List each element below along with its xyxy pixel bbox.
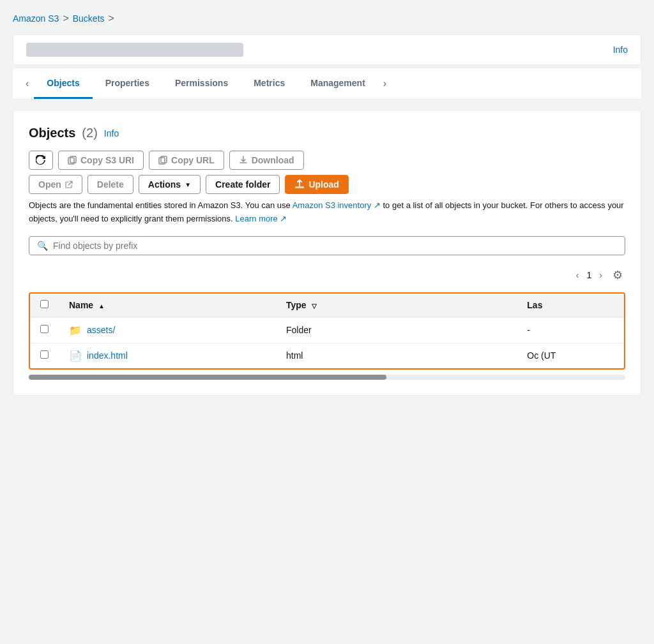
copy-s3-uri-label: Copy S3 URI — [80, 155, 134, 165]
bucket-name-blurred — [26, 43, 243, 57]
row-1-type: Folder — [276, 317, 517, 343]
tabs-next-arrow[interactable]: › — [378, 68, 392, 99]
open-label: Open — [38, 179, 61, 190]
breadcrumb: Amazon S3 > Buckets > — [13, 13, 641, 24]
copy-s3-uri-button[interactable]: Copy S3 URI — [58, 151, 144, 170]
search-container: 🔍 — [29, 236, 625, 255]
bucket-header: Info — [13, 34, 641, 65]
type-sort-icon: ▽ — [312, 303, 317, 310]
objects-title: Objects — [29, 126, 75, 140]
open-external-icon — [65, 181, 73, 188]
upload-button[interactable]: Upload — [285, 175, 348, 194]
tab-properties[interactable]: Properties — [93, 69, 162, 99]
tab-management[interactable]: Management — [298, 69, 378, 99]
breadcrumb-buckets[interactable]: Buckets — [73, 13, 105, 24]
tab-metrics[interactable]: Metrics — [241, 69, 298, 99]
table-row: 📄 index.html html Oc (UT — [30, 343, 624, 368]
tabs-prev-arrow[interactable]: ‹ — [20, 68, 34, 99]
objects-description: Objects are the fundamental entities sto… — [29, 199, 625, 226]
row-2-checkbox-cell — [30, 343, 59, 368]
row-1-name-link[interactable]: assets/ — [87, 325, 115, 335]
horizontal-scrollbar[interactable] — [29, 375, 625, 380]
table-header-row: Name ▲ Type ▽ Las — [30, 294, 624, 317]
table-header-checkbox — [30, 294, 59, 317]
toolbar-row-2: Open Delete Actions ▼ Create folder — [29, 175, 625, 194]
objects-header: Objects (2) Info — [29, 126, 625, 140]
pagination-prev[interactable]: ‹ — [574, 267, 582, 283]
pagination-page: 1 — [587, 270, 592, 280]
upload-icon — [294, 179, 305, 190]
name-sort-icon: ▲ — [98, 303, 105, 310]
breadcrumb-amazon-s3[interactable]: Amazon S3 — [13, 13, 59, 24]
content-panel: Objects (2) Info Copy S3 URI — [13, 110, 641, 396]
table-row: 📁 assets/ Folder - — [30, 317, 624, 343]
tabs-container: ‹ Objects Properties Permissions Metrics… — [13, 68, 641, 100]
scrollbar-thumb — [29, 375, 386, 380]
search-icon: 🔍 — [37, 241, 48, 251]
copy-url-icon — [158, 156, 167, 165]
actions-label: Actions — [148, 179, 181, 190]
tab-objects[interactable]: Objects — [34, 69, 92, 99]
tab-permissions[interactable]: Permissions — [162, 69, 241, 99]
row-2-type: html — [276, 343, 517, 368]
create-folder-label: Create folder — [215, 179, 270, 190]
download-button[interactable]: Download — [229, 151, 304, 170]
upload-label: Upload — [308, 179, 338, 190]
row-1-name: 📁 assets/ — [59, 317, 276, 343]
refresh-button[interactable] — [29, 151, 53, 170]
breadcrumb-sep-1: > — [63, 13, 68, 24]
objects-table: Name ▲ Type ▽ Las — [30, 294, 624, 368]
table-settings-button[interactable]: ⚙ — [610, 266, 625, 285]
copy-url-label: Copy URL — [171, 155, 215, 165]
delete-label: Delete — [97, 179, 124, 190]
search-input[interactable] — [53, 241, 617, 251]
table-header-name[interactable]: Name ▲ — [59, 294, 276, 317]
learn-more-link[interactable]: Learn more ↗ — [235, 214, 287, 223]
select-all-checkbox[interactable] — [40, 300, 49, 308]
actions-button[interactable]: Actions ▼ — [139, 175, 201, 194]
row-2-last-modified: Oc (UT — [517, 343, 624, 368]
table-header-type[interactable]: Type ▽ — [276, 294, 517, 317]
bucket-info-link[interactable]: Info — [613, 45, 628, 55]
file-icon: 📄 — [69, 350, 82, 362]
table-header-last: Las — [517, 294, 624, 317]
s3-inventory-link[interactable]: Amazon S3 inventory ↗ — [293, 200, 381, 210]
objects-info-link[interactable]: Info — [104, 128, 119, 139]
create-folder-button[interactable]: Create folder — [206, 175, 280, 194]
description-text-1: Objects are the fundamental entities sto… — [29, 200, 291, 210]
row-2-name-link[interactable]: index.html — [87, 350, 128, 361]
row-2-name: 📄 index.html — [59, 343, 276, 368]
breadcrumb-sep-2: > — [109, 13, 114, 24]
row-1-last-modified: - — [517, 317, 624, 343]
delete-button[interactable]: Delete — [87, 175, 133, 194]
row-1-checkbox[interactable] — [40, 325, 49, 333]
copy-s3-uri-icon — [68, 156, 77, 165]
download-icon — [239, 156, 248, 165]
pagination-next[interactable]: › — [597, 267, 605, 283]
actions-dropdown-arrow: ▼ — [185, 181, 191, 188]
row-1-checkbox-cell — [30, 317, 59, 343]
row-2-checkbox[interactable] — [40, 350, 49, 359]
refresh-icon — [36, 155, 46, 165]
open-button[interactable]: Open — [29, 175, 82, 194]
svg-rect-4 — [295, 186, 304, 188]
pagination-row: ‹ 1 › ⚙ — [29, 266, 625, 285]
objects-table-wrapper: Name ▲ Type ▽ Las — [29, 292, 625, 370]
folder-icon: 📁 — [69, 324, 82, 336]
copy-url-button[interactable]: Copy URL — [149, 151, 224, 170]
toolbar-row-1: Copy S3 URI Copy URL Download — [29, 151, 625, 170]
download-label: Download — [252, 155, 294, 165]
objects-count: (2) — [82, 126, 97, 140]
